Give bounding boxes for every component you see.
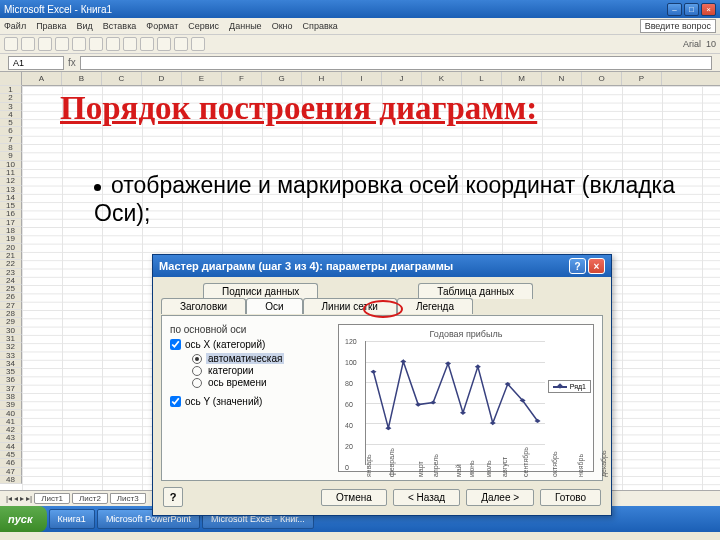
taskbar-item[interactable]: Книга1: [49, 509, 95, 529]
dialog-title: Мастер диаграмм (шаг 3 из 4): параметры …: [159, 260, 453, 272]
col-header[interactable]: F: [222, 72, 262, 85]
menu-item[interactable]: Справка: [303, 21, 338, 31]
menu-item[interactable]: Формат: [146, 21, 178, 31]
x-tick: ноябрь: [577, 454, 581, 477]
radio-categories[interactable]: категории: [192, 365, 330, 376]
col-header[interactable]: O: [582, 72, 622, 85]
dialog-tabs: Подписи данных Таблица данных Заголовки …: [161, 283, 603, 315]
sheet-tab[interactable]: Лист3: [110, 493, 146, 504]
sheet-tab[interactable]: Лист2: [72, 493, 108, 504]
next-button[interactable]: Далее >: [466, 489, 534, 506]
legend: Ряд1: [548, 380, 591, 393]
x-tick: август: [501, 457, 505, 477]
tool-button[interactable]: [106, 37, 120, 51]
chart-preview: Годовая прибыль Ряд1 январьфевральмартап…: [338, 324, 594, 472]
help-search[interactable]: Введите вопрос: [640, 19, 716, 33]
col-header[interactable]: A: [22, 72, 62, 85]
menu-item[interactable]: Сервис: [188, 21, 219, 31]
tab-titles[interactable]: Заголовки: [161, 298, 246, 314]
tool-button[interactable]: [89, 37, 103, 51]
nav-next-icon[interactable]: ▸: [20, 494, 24, 503]
x-tick: май: [455, 464, 459, 477]
slide-title: Порядок построения диаграмм:: [60, 90, 537, 127]
col-header[interactable]: N: [542, 72, 582, 85]
tab-data-table[interactable]: Таблица данных: [418, 283, 533, 299]
col-header[interactable]: E: [182, 72, 222, 85]
y-tick: 0: [345, 464, 349, 471]
cancel-button[interactable]: Отмена: [321, 489, 387, 506]
svg-rect-8: [490, 421, 496, 425]
nav-last-icon[interactable]: ▸|: [26, 494, 32, 503]
tool-button[interactable]: [4, 37, 18, 51]
menu-item[interactable]: Окно: [272, 21, 293, 31]
tool-button[interactable]: [21, 37, 35, 51]
col-header[interactable]: M: [502, 72, 542, 85]
col-header[interactable]: J: [382, 72, 422, 85]
group-label: по основной оси: [170, 324, 330, 335]
col-header[interactable]: C: [102, 72, 142, 85]
menu-item[interactable]: Файл: [4, 21, 26, 31]
row-header[interactable]: 48: [0, 476, 22, 484]
col-header[interactable]: D: [142, 72, 182, 85]
menu-item[interactable]: Вставка: [103, 21, 136, 31]
cell-grid[interactable]: Порядок построения диаграмм: отображение…: [22, 86, 720, 490]
radio-auto[interactable]: автоматическая: [192, 353, 330, 364]
tool-button[interactable]: [123, 37, 137, 51]
tool-button[interactable]: [191, 37, 205, 51]
back-button[interactable]: < Назад: [393, 489, 460, 506]
help-icon[interactable]: ?: [163, 487, 183, 507]
y-tick: 40: [345, 422, 353, 429]
chart-wizard-dialog: Мастер диаграмм (шаг 3 из 4): параметры …: [152, 254, 612, 516]
nav-first-icon[interactable]: |◂: [6, 494, 12, 503]
x-tick: декабрь: [600, 450, 604, 477]
menu-item[interactable]: Вид: [77, 21, 93, 31]
dialog-help-button[interactable]: ?: [569, 258, 586, 274]
x-tick: апрель: [432, 454, 436, 477]
dialog-close-button[interactable]: ×: [588, 258, 605, 274]
finish-button[interactable]: Готово: [540, 489, 601, 506]
nav-prev-icon[interactable]: ◂: [14, 494, 18, 503]
tool-button[interactable]: [157, 37, 171, 51]
svg-rect-6: [460, 411, 466, 415]
slide-bullet: отображение и маркировка осей координат …: [94, 172, 720, 227]
svg-rect-5: [445, 361, 451, 365]
tab-legend[interactable]: Легенда: [397, 298, 473, 314]
tool-button[interactable]: [174, 37, 188, 51]
minimize-button[interactable]: –: [667, 3, 682, 16]
checkbox-x-axis[interactable]: ось X (категорий): [170, 339, 330, 350]
col-header[interactable]: K: [422, 72, 462, 85]
y-tick: 80: [345, 380, 353, 387]
col-header[interactable]: B: [62, 72, 102, 85]
start-button[interactable]: пуск: [0, 506, 47, 532]
fx-icon[interactable]: fx: [68, 57, 76, 68]
checkbox-y-axis[interactable]: ось Y (значений): [170, 396, 330, 407]
col-header[interactable]: G: [262, 72, 302, 85]
tool-button[interactable]: [38, 37, 52, 51]
col-header[interactable]: P: [622, 72, 662, 85]
formula-input[interactable]: [80, 56, 712, 70]
svg-rect-4: [430, 400, 436, 404]
formula-bar: A1 fx: [0, 54, 720, 72]
svg-rect-11: [535, 419, 541, 423]
svg-rect-0: [370, 370, 376, 374]
x-tick: январь: [365, 454, 369, 477]
close-button[interactable]: ×: [701, 3, 716, 16]
preview-title: Годовая прибыль: [343, 329, 589, 339]
name-box[interactable]: A1: [8, 56, 64, 70]
tab-data-labels[interactable]: Подписи данных: [203, 283, 318, 299]
tool-button[interactable]: [140, 37, 154, 51]
menu-item[interactable]: Правка: [36, 21, 66, 31]
tool-button[interactable]: [72, 37, 86, 51]
tab-gridlines[interactable]: Линии сетки: [303, 298, 397, 314]
maximize-button[interactable]: □: [684, 3, 699, 16]
radio-time-axis[interactable]: ось времени: [192, 377, 330, 388]
menu-item[interactable]: Данные: [229, 21, 262, 31]
col-header[interactable]: L: [462, 72, 502, 85]
tool-button[interactable]: [55, 37, 69, 51]
col-header[interactable]: I: [342, 72, 382, 85]
row-headers: 1234567891011121314151617181920212223242…: [0, 86, 22, 490]
sheet-tab[interactable]: Лист1: [34, 493, 70, 504]
col-header[interactable]: H: [302, 72, 342, 85]
y-tick: 100: [345, 359, 357, 366]
tab-axes[interactable]: Оси: [246, 298, 302, 314]
